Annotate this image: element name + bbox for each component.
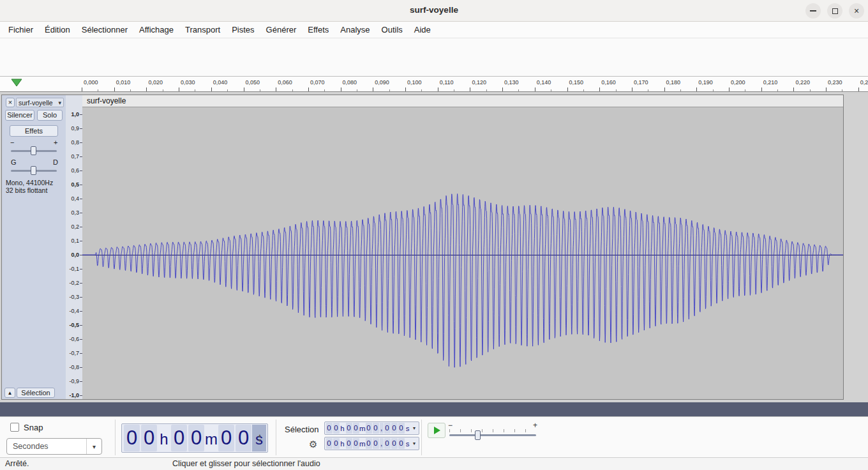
menu-effets[interactable]: Effets — [302, 22, 334, 38]
menu-fichier[interactable]: Fichier — [3, 22, 39, 38]
time-digit[interactable]: 0 — [171, 425, 187, 451]
play-at-speed-button[interactable] — [428, 423, 445, 438]
selection-time-digit[interactable]: 0 — [391, 423, 398, 434]
track-select-button[interactable]: Sélection — [17, 388, 55, 398]
effects-button[interactable]: Effets — [10, 125, 58, 137]
track-name-button[interactable]: surf-voyelle ▾ — [16, 98, 64, 107]
amplitude-label: -0,6 — [69, 336, 79, 342]
selection-time-digit[interactable]: 0 — [326, 438, 333, 449]
selection-time-digit[interactable]: 0 — [391, 438, 398, 449]
gain-slider-thumb[interactable] — [31, 146, 36, 155]
selection-time-digit[interactable]: 0 — [384, 438, 391, 449]
status-bar: Arrêté. Cliquer et glisser pour sélectio… — [0, 457, 868, 470]
toolbar-separator — [421, 420, 422, 455]
waveform-view[interactable]: surf-voyelle — [82, 95, 843, 399]
selection-time-digit[interactable]: 0 — [346, 438, 352, 449]
selection-time-digit[interactable]: 0 — [398, 438, 405, 449]
menu-affichage[interactable]: Affichage — [133, 22, 179, 38]
selection-time-digit[interactable]: 0 — [366, 438, 372, 449]
selection-time-unit[interactable]: m — [359, 440, 365, 448]
timeline-minor-tick — [421, 89, 422, 91]
time-digit[interactable]: 0 — [124, 425, 140, 451]
snap-label: Snap — [24, 423, 43, 432]
selection-start-field[interactable]: 00h00m00,000s ▾ — [324, 421, 419, 435]
menu-aide[interactable]: Aide — [408, 22, 437, 38]
track-collapse-button[interactable]: ▲ — [4, 388, 15, 398]
timeline-minor-tick — [98, 89, 98, 91]
menu-generer[interactable]: Générer — [260, 22, 303, 38]
selection-time-digit[interactable]: 0 — [373, 438, 379, 449]
track-name-label: surf-voyelle — [19, 99, 53, 107]
speed-slider-thumb[interactable] — [475, 430, 481, 440]
pan-slider-thumb[interactable] — [31, 166, 36, 175]
selection-time-digit[interactable]: , — [380, 423, 384, 434]
selection-time-digit[interactable]: 0 — [333, 423, 340, 434]
timeline-tick — [308, 87, 309, 91]
menu-pistes[interactable]: Pistes — [226, 22, 260, 38]
clip-header[interactable]: surf-voyelle — [82, 95, 843, 107]
selection-time-unit[interactable]: m — [359, 425, 365, 432]
time-unit[interactable]: h — [158, 425, 170, 451]
selection-time-unit[interactable]: s — [405, 425, 410, 432]
menu-selectionner[interactable]: Sélectionner — [76, 22, 133, 38]
playhead-pin-marker[interactable] — [11, 79, 22, 87]
timeline-label: 0,200 — [731, 79, 745, 86]
selection-time-digit[interactable]: 0 — [384, 423, 391, 434]
selection-time-digit[interactable]: 0 — [346, 423, 352, 434]
selection-time-digit[interactable]: 0 — [366, 423, 372, 434]
time-digit[interactable]: 0 — [188, 425, 204, 451]
time-position-display[interactable]: 00h00m00s — [121, 423, 268, 453]
menu-edition[interactable]: Édition — [39, 22, 76, 38]
timeline-minor-tick — [454, 89, 454, 91]
amplitude-label: -1,0 — [69, 392, 79, 398]
solo-button[interactable]: Solo — [37, 110, 63, 121]
timeline-label: 0,030 — [181, 79, 195, 86]
selection-time-digit[interactable]: , — [380, 438, 384, 449]
mute-button[interactable]: Silencer — [5, 110, 34, 121]
track-area-bottom-band — [0, 402, 868, 416]
maximize-button[interactable] — [827, 3, 842, 19]
selection-time-unit[interactable]: s — [405, 440, 410, 448]
menu-transport[interactable]: Transport — [179, 22, 226, 38]
selection-time-digit[interactable]: 0 — [353, 423, 359, 434]
time-digit[interactable]: 0 — [218, 425, 234, 451]
status-hint: Cliquer et glisser pour sélectionner l'a… — [172, 459, 320, 468]
timeline-ruler[interactable]: 0,0000,0100,0200,0300,0400,0500,0600,070… — [0, 77, 868, 92]
timeline-tick — [276, 87, 276, 91]
time-digit[interactable]: 0 — [236, 425, 251, 451]
selection-time-unit[interactable]: h — [340, 425, 345, 432]
time-unit[interactable]: m — [205, 425, 218, 451]
menu-analyse[interactable]: Analyse — [334, 22, 375, 38]
timeline-minor-tick — [551, 89, 551, 91]
selection-time-digit[interactable]: 0 — [353, 438, 359, 449]
timeline-label: 0,000 — [84, 79, 98, 86]
timeline-tick — [470, 87, 470, 91]
track-close-icon: × — [8, 98, 12, 106]
playback-speed-slider[interactable]: − + — [448, 422, 537, 441]
track-close-button[interactable]: × — [6, 98, 15, 107]
minimize-button[interactable] — [805, 3, 821, 19]
selection-time-unit[interactable]: h — [340, 440, 345, 448]
selection-end-field[interactable]: 00h00m00,000s ▾ — [324, 437, 419, 450]
selection-time-digit[interactable]: 0 — [333, 438, 340, 449]
snap-units-select[interactable]: Secondes ▾ — [6, 438, 102, 455]
audacity-window: surf-voyelle × FichierÉditionSélectionne… — [0, 0, 868, 470]
snap-checkbox[interactable] — [10, 423, 19, 432]
amplitude-label: -0,9 — [69, 378, 79, 384]
selection-toolbar: Snap Secondes ▾ 00h00m00s ▲ ▼ Sélection … — [0, 416, 868, 457]
selection-time-digit[interactable]: 0 — [398, 423, 405, 434]
time-display-spinner[interactable]: ▲ ▼ — [256, 426, 264, 450]
chevron-down-icon: ▾ — [410, 441, 418, 446]
amplitude-ruler: 1,00,90,80,70,60,50,40,30,20,10,0-0,1-0,… — [66, 95, 82, 399]
chevron-down-icon: ▾ — [410, 425, 418, 431]
selection-time-digit[interactable]: 0 — [373, 423, 379, 434]
close-button[interactable]: × — [849, 3, 864, 19]
selection-time-digit[interactable]: 0 — [326, 423, 333, 434]
waveform-canvas[interactable] — [82, 107, 843, 399]
gear-icon[interactable]: ⚙ — [309, 439, 317, 450]
timeline-label: 0,190 — [698, 79, 713, 86]
menu-outils[interactable]: Outils — [376, 22, 408, 38]
time-digit[interactable]: 0 — [141, 425, 157, 451]
timeline-tick — [438, 87, 438, 91]
spin-up-icon: ▲ — [258, 433, 262, 438]
